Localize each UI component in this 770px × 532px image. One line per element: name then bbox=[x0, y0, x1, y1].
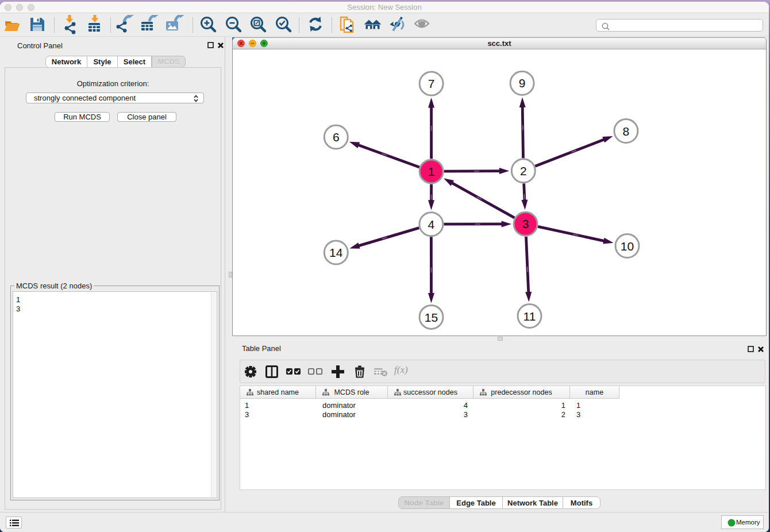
svg-text:8: 8 bbox=[623, 125, 630, 138]
svg-text:6: 6 bbox=[333, 130, 340, 144]
svg-text:7: 7 bbox=[428, 77, 435, 90]
svg-text:2: 2 bbox=[520, 164, 527, 178]
svg-text:9: 9 bbox=[519, 76, 526, 90]
svg-text:3: 3 bbox=[522, 217, 529, 230]
svg-text:11: 11 bbox=[523, 310, 536, 323]
svg-text:14: 14 bbox=[329, 246, 343, 259]
svg-text:4: 4 bbox=[428, 218, 435, 231]
svg-text:1: 1 bbox=[428, 165, 435, 178]
svg-text:10: 10 bbox=[621, 240, 634, 253]
svg-text:15: 15 bbox=[425, 311, 438, 324]
